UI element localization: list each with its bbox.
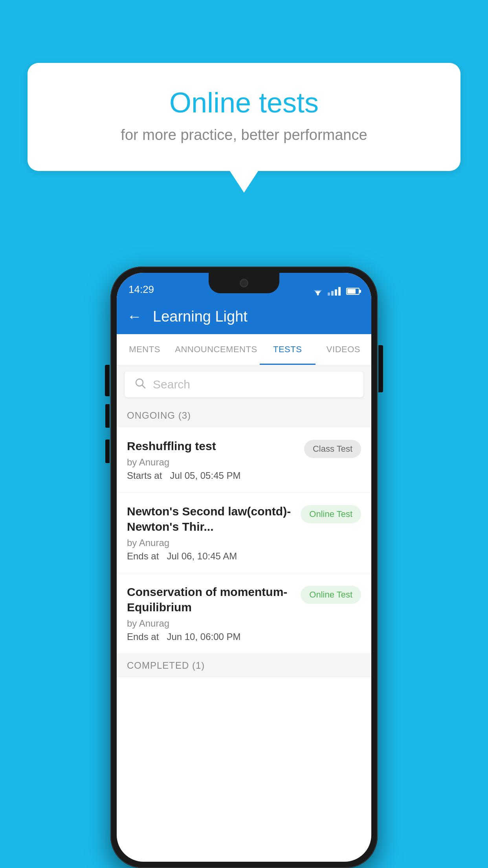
- notch-camera: [240, 279, 248, 287]
- phone-screen: 14:29: [117, 273, 371, 862]
- back-button[interactable]: ←: [127, 309, 142, 324]
- test-name-2: Newton's Second law(contd)-Newton's Thir…: [127, 504, 294, 534]
- svg-line-4: [142, 385, 145, 388]
- ongoing-section-header: ONGOING (3): [117, 404, 371, 427]
- test-date-value-2: Jul 06, 10:45 AM: [167, 551, 237, 561]
- status-time: 14:29: [128, 283, 154, 296]
- test-date-value-3: Jun 10, 06:00 PM: [167, 631, 240, 642]
- tab-videos[interactable]: VIDEOS: [316, 334, 371, 365]
- completed-section-header: COMPLETED (1): [117, 654, 371, 677]
- test-date-label-2: Ends at: [127, 551, 159, 561]
- speech-bubble-container: Online tests for more practice, better p…: [28, 63, 460, 171]
- speech-bubble: Online tests for more practice, better p…: [28, 63, 460, 171]
- test-date-2: Ends at Jul 06, 10:45 AM: [127, 551, 294, 562]
- test-info-2: Newton's Second law(contd)-Newton's Thir…: [127, 504, 294, 562]
- test-name-3: Conservation of momentum-Equilibrium: [127, 584, 294, 615]
- search-placeholder: Search: [153, 378, 190, 391]
- test-date-label-1: Starts at: [127, 470, 162, 481]
- test-item-2[interactable]: Newton's Second law(contd)-Newton's Thir…: [117, 493, 371, 573]
- wifi-icon: [312, 287, 324, 296]
- test-author-3: by Anurag: [127, 618, 294, 629]
- app-title: Learning Light: [153, 308, 248, 325]
- notch: [209, 273, 279, 293]
- search-icon: [135, 378, 146, 392]
- app-header: ← Learning Light: [117, 299, 371, 334]
- test-badge-1: Class Test: [304, 440, 361, 458]
- test-badge-3: Online Test: [301, 586, 361, 604]
- test-date-value-1: Jul 05, 05:45 PM: [170, 470, 240, 481]
- tab-announcements[interactable]: ANNOUNCEMENTS: [172, 334, 259, 365]
- test-info-1: Reshuffling test by Anurag Starts at Jul…: [127, 438, 298, 481]
- bubble-title: Online tests: [59, 86, 429, 119]
- completed-section-title: COMPLETED (1): [127, 660, 205, 671]
- status-icons: [312, 287, 360, 296]
- test-badge-2: Online Test: [301, 505, 361, 523]
- test-date-label-3: Ends at: [127, 631, 159, 642]
- test-author-1: by Anurag: [127, 457, 298, 468]
- battery-icon: [346, 288, 360, 295]
- ongoing-section-title: ONGOING (3): [127, 410, 191, 421]
- tabs-container: MENTS ANNOUNCEMENTS TESTS VIDEOS: [117, 334, 371, 365]
- test-author-2: by Anurag: [127, 537, 294, 548]
- test-name-1: Reshuffling test: [127, 438, 298, 454]
- test-item-3[interactable]: Conservation of momentum-Equilibrium by …: [117, 573, 371, 654]
- bubble-subtitle: for more practice, better performance: [59, 127, 429, 143]
- search-input-wrapper[interactable]: Search: [125, 371, 363, 397]
- svg-point-2: [317, 294, 319, 296]
- tab-tests[interactable]: TESTS: [260, 334, 316, 365]
- tab-ments[interactable]: MENTS: [117, 334, 172, 365]
- search-container: Search: [117, 365, 371, 404]
- phone-container: 14:29: [110, 267, 378, 868]
- test-list: Reshuffling test by Anurag Starts at Jul…: [117, 427, 371, 654]
- phone-outer: 14:29: [110, 267, 378, 868]
- signal-bars-icon: [328, 287, 341, 296]
- test-date-3: Ends at Jun 10, 06:00 PM: [127, 631, 294, 642]
- test-date-1: Starts at Jul 05, 05:45 PM: [127, 470, 298, 481]
- test-info-3: Conservation of momentum-Equilibrium by …: [127, 584, 294, 642]
- test-item-1[interactable]: Reshuffling test by Anurag Starts at Jul…: [117, 427, 371, 493]
